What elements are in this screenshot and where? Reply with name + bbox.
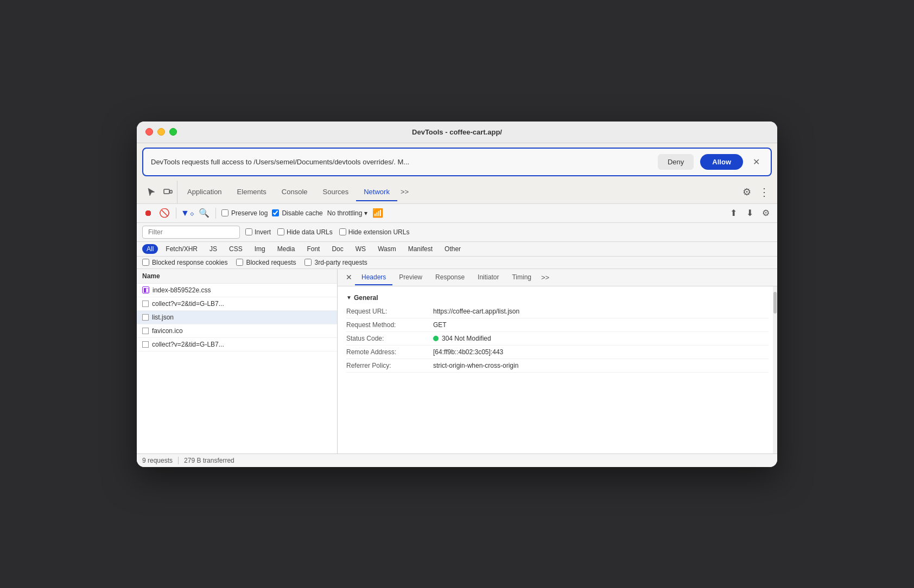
- type-filter-manifest[interactable]: Manifest: [404, 244, 437, 254]
- tab-elements[interactable]: Elements: [230, 182, 274, 201]
- header-val: strict-origin-when-cross-origin: [433, 362, 518, 369]
- clear-icon[interactable]: 🚫: [158, 207, 170, 219]
- device-icon[interactable]: [161, 185, 175, 199]
- detail-tabs: ✕ Headers Preview Response Initiator Tim…: [338, 269, 777, 286]
- type-filter-js[interactable]: JS: [205, 244, 221, 254]
- disable-cache-checkbox[interactable]: [272, 209, 279, 216]
- disable-cache-label[interactable]: Disable cache: [272, 209, 322, 217]
- blocked-cookies-label[interactable]: Blocked response cookies: [142, 259, 227, 266]
- network-settings-icon[interactable]: ⚙: [760, 207, 772, 219]
- third-party-label[interactable]: 3rd-party requests: [304, 259, 367, 266]
- nav-tabs: Application Elements Console Sources Net…: [180, 182, 739, 201]
- file-name: collect?v=2&tid=G-LB7...: [152, 341, 224, 348]
- allow-button[interactable]: Allow: [700, 154, 743, 170]
- more-options-icon[interactable]: ⋮: [757, 184, 772, 200]
- tab-sources[interactable]: Sources: [315, 182, 357, 201]
- list-item[interactable]: collect?v=2&tid=G-LB7...: [137, 297, 337, 311]
- permission-text: DevTools requests full access to /Users/…: [151, 158, 651, 166]
- type-filter-wasm[interactable]: Wasm: [373, 244, 401, 254]
- hide-data-urls-checkbox[interactable]: [277, 228, 284, 235]
- type-filter-doc[interactable]: Doc: [327, 244, 347, 254]
- header-row: Request Method: GET: [346, 318, 769, 332]
- type-filter-all[interactable]: All: [142, 244, 158, 254]
- filter-checkboxes: Invert Hide data URLs Hide extension URL…: [245, 228, 409, 236]
- cursor-icon[interactable]: [144, 185, 158, 199]
- close-button[interactable]: [145, 128, 153, 136]
- permission-close-button[interactable]: ✕: [750, 156, 763, 168]
- divider-1: [176, 208, 176, 219]
- blocked-requests-label[interactable]: Blocked requests: [236, 259, 296, 266]
- svg-rect-0: [164, 189, 169, 194]
- tab-console[interactable]: Console: [274, 182, 315, 201]
- filter-icon[interactable]: ▼⬦: [182, 207, 194, 219]
- header-key: Status Code:: [346, 335, 433, 342]
- devtools-window: DevTools - coffee-cart.app/ DevTools req…: [137, 122, 777, 467]
- more-detail-tabs[interactable]: >>: [538, 269, 553, 286]
- list-item[interactable]: collect?v=2&tid=G-LB7...: [137, 338, 337, 351]
- blocked-cookies-checkbox[interactable]: [142, 259, 149, 266]
- divider-2: [215, 208, 216, 219]
- scrollbar[interactable]: [773, 286, 777, 453]
- type-filter-other[interactable]: Other: [440, 244, 465, 254]
- general-section: General Request URL: https://coffee-cart…: [338, 286, 777, 377]
- type-filter-media[interactable]: Media: [273, 244, 300, 254]
- file-checkbox-icon: [142, 314, 149, 321]
- list-item[interactable]: favicon.ico: [137, 324, 337, 338]
- preserve-log-label[interactable]: Preserve log: [221, 209, 268, 217]
- svg-rect-1: [170, 190, 172, 193]
- scrollbar-thumb[interactable]: [773, 292, 777, 314]
- type-filter-css[interactable]: CSS: [225, 244, 247, 254]
- invert-label[interactable]: Invert: [245, 228, 271, 236]
- tab-application[interactable]: Application: [180, 182, 230, 201]
- detail-panel: ✕ Headers Preview Response Initiator Tim…: [338, 269, 777, 453]
- detail-tab-timing[interactable]: Timing: [505, 269, 538, 285]
- wifi-icon[interactable]: 📶: [372, 207, 384, 219]
- minimize-button[interactable]: [157, 128, 165, 136]
- css-file-icon: ◧: [142, 286, 149, 293]
- requests-count: 9 requests: [142, 457, 173, 464]
- throttle-select[interactable]: No throttling ▾: [327, 209, 368, 217]
- list-item[interactable]: ◧ index-b859522e.css: [137, 284, 337, 297]
- close-detail-button[interactable]: ✕: [343, 271, 355, 283]
- invert-checkbox[interactable]: [245, 228, 252, 235]
- header-key: Remote Address:: [346, 348, 433, 356]
- header-key: Referrer Policy:: [346, 362, 433, 369]
- blocked-requests-checkbox[interactable]: [236, 259, 243, 266]
- detail-tab-headers[interactable]: Headers: [355, 269, 392, 285]
- preserve-log-checkbox[interactable]: [221, 209, 228, 216]
- type-filter-img[interactable]: Img: [250, 244, 270, 254]
- hide-ext-urls-checkbox[interactable]: [339, 228, 346, 235]
- list-item[interactable]: list.json: [137, 311, 337, 324]
- type-filter-ws[interactable]: WS: [351, 244, 370, 254]
- maximize-button[interactable]: [169, 128, 177, 136]
- header-key: Request Method:: [346, 321, 433, 329]
- window-title: DevTools - coffee-cart.app/: [412, 128, 502, 136]
- record-stop-icon[interactable]: ⏺: [142, 207, 154, 219]
- detail-tab-initiator[interactable]: Initiator: [471, 269, 505, 285]
- header-val: [64:ff9b::4b02:3c05]:443: [433, 348, 503, 356]
- search-icon[interactable]: 🔍: [198, 207, 210, 219]
- transferred-size: 279 B transferred: [184, 457, 234, 464]
- upload-icon[interactable]: ⬆: [727, 207, 739, 219]
- file-list: Name ◧ index-b859522e.css collect?v=2&ti…: [137, 269, 338, 453]
- traffic-lights: [145, 128, 177, 136]
- file-checkbox-icon: [142, 328, 149, 334]
- detail-tab-response[interactable]: Response: [429, 269, 471, 285]
- header-val: GET: [433, 321, 447, 329]
- third-party-checkbox[interactable]: [304, 259, 312, 266]
- type-filter-fetchxhr[interactable]: Fetch/XHR: [161, 244, 202, 254]
- detail-tab-preview[interactable]: Preview: [392, 269, 429, 285]
- status-bar: 9 requests 279 B transferred: [137, 453, 777, 467]
- header-val: https://coffee-cart.app/list.json: [433, 308, 519, 315]
- download-icon[interactable]: ⬇: [744, 207, 756, 219]
- status-dot: [433, 336, 439, 341]
- tab-network[interactable]: Network: [356, 182, 397, 201]
- filter-input[interactable]: [142, 226, 240, 239]
- settings-icon[interactable]: ⚙: [739, 184, 754, 200]
- hide-data-urls-label[interactable]: Hide data URLs: [277, 228, 333, 236]
- type-filter-font[interactable]: Font: [302, 244, 324, 254]
- more-tabs-button[interactable]: >>: [397, 183, 412, 200]
- hide-ext-urls-label[interactable]: Hide extension URLs: [339, 228, 410, 236]
- status-divider: [178, 457, 179, 464]
- deny-button[interactable]: Deny: [658, 154, 694, 170]
